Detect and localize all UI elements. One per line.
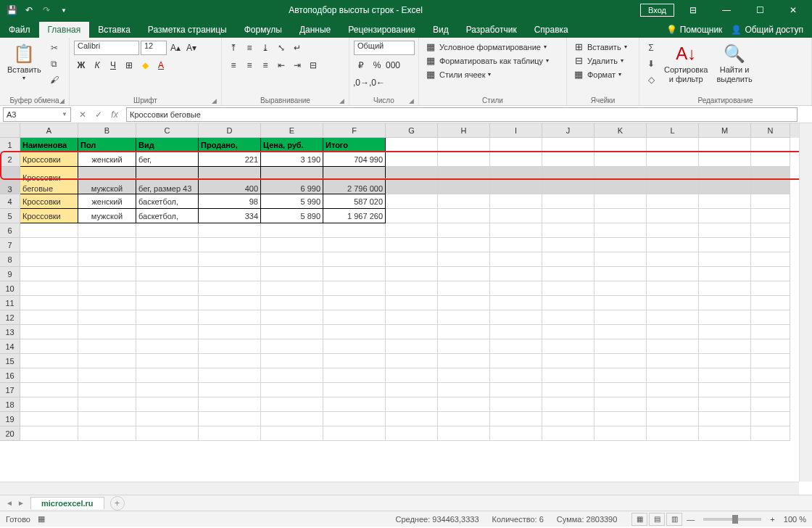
col-header[interactable]: B	[78, 123, 136, 138]
cell[interactable]	[20, 310, 78, 325]
tab-insert[interactable]: Вставка	[89, 22, 139, 38]
cell[interactable]	[490, 209, 542, 223]
cell[interactable]	[438, 339, 490, 354]
cell[interactable]	[647, 383, 699, 397]
cell[interactable]	[199, 412, 261, 426]
decrease-font-icon[interactable]: A▾	[184, 41, 199, 55]
cell[interactable]	[751, 383, 790, 397]
cell[interactable]	[699, 397, 751, 412]
cell[interactable]	[261, 339, 323, 354]
cell[interactable]	[323, 339, 386, 354]
cell[interactable]	[647, 426, 699, 441]
cell[interactable]	[438, 267, 490, 281]
decrease-decimal-icon[interactable]: ,0←	[370, 75, 384, 90]
cell[interactable]	[78, 339, 136, 354]
clear-icon[interactable]: ◇	[644, 73, 658, 87]
cell[interactable]	[751, 138, 790, 152]
cell[interactable]	[751, 339, 790, 354]
tab-developer[interactable]: Разработчик	[457, 22, 526, 38]
cell[interactable]: 5 990	[261, 194, 323, 209]
cell[interactable]	[323, 267, 386, 281]
cell[interactable]	[136, 296, 199, 310]
col-header[interactable]: N	[751, 123, 790, 138]
cell[interactable]	[699, 138, 751, 152]
wrap-text-icon[interactable]: ↵	[290, 41, 304, 55]
row-header[interactable]: 19	[0, 412, 20, 426]
borders-icon[interactable]: ⊞	[122, 58, 136, 73]
cell[interactable]	[136, 238, 199, 252]
cell[interactable]	[751, 310, 790, 325]
cell[interactable]	[261, 354, 323, 368]
cell[interactable]	[261, 325, 323, 339]
cell[interactable]	[699, 310, 751, 325]
cut-icon[interactable]: ✂	[47, 41, 62, 55]
cell[interactable]	[199, 339, 261, 354]
cell[interactable]	[490, 339, 542, 354]
cell[interactable]	[699, 426, 751, 441]
cell[interactable]	[490, 383, 542, 397]
cell[interactable]: 1 967 260	[323, 209, 386, 223]
cell[interactable]	[438, 138, 490, 152]
col-header[interactable]: M	[699, 123, 751, 138]
cell[interactable]	[490, 223, 542, 238]
cell[interactable]	[594, 368, 647, 383]
cell[interactable]	[386, 339, 438, 354]
tab-page-layout[interactable]: Разметка страницы	[139, 22, 236, 38]
cell[interactable]	[199, 397, 261, 412]
cell[interactable]	[199, 238, 261, 252]
row-header[interactable]: 13	[0, 325, 20, 339]
cell[interactable]	[386, 167, 438, 194]
cell[interactable]	[199, 325, 261, 339]
cell[interactable]	[647, 209, 699, 223]
col-header[interactable]: H	[438, 123, 490, 138]
cell[interactable]	[386, 412, 438, 426]
redo-icon[interactable]: ↷	[41, 4, 52, 16]
cell[interactable]	[386, 209, 438, 223]
paste-button[interactable]: 📋Вставить▾	[4, 41, 44, 83]
cell[interactable]	[594, 310, 647, 325]
insert-cells-button[interactable]: ⊞Вставить▾	[571, 41, 629, 53]
cell[interactable]	[438, 354, 490, 368]
cell[interactable]	[199, 368, 261, 383]
cell[interactable]: женский	[78, 152, 136, 167]
cell[interactable]	[542, 310, 594, 325]
login-button[interactable]: Вход	[640, 4, 674, 17]
cell[interactable]	[438, 281, 490, 296]
cell[interactable]	[542, 339, 594, 354]
row-header[interactable]: 11	[0, 296, 20, 310]
cell[interactable]: Цена, руб.	[261, 138, 323, 152]
cell[interactable]	[20, 325, 78, 339]
cell[interactable]	[647, 339, 699, 354]
row-header[interactable]: 18	[0, 397, 20, 412]
cell[interactable]	[594, 325, 647, 339]
next-sheet-icon[interactable]: ►	[16, 498, 26, 508]
cell[interactable]	[20, 281, 78, 296]
dialog-launcher-icon[interactable]: ◢	[212, 97, 217, 104]
cell[interactable]	[699, 209, 751, 223]
cell[interactable]	[594, 412, 647, 426]
cell[interactable]	[647, 281, 699, 296]
font-size-select[interactable]: 12	[141, 41, 167, 55]
sort-filter-button[interactable]: A↓Сортировка и фильтр	[661, 41, 710, 86]
cell[interactable]	[438, 368, 490, 383]
cell[interactable]	[647, 167, 699, 194]
italic-button[interactable]: К	[90, 58, 104, 73]
cell[interactable]: 400	[199, 167, 261, 194]
cell[interactable]: 221	[199, 152, 261, 167]
cell[interactable]	[78, 426, 136, 441]
cell[interactable]	[647, 152, 699, 167]
cell[interactable]	[438, 397, 490, 412]
tab-file[interactable]: Файл	[0, 22, 39, 38]
cell[interactable]	[20, 397, 78, 412]
cell[interactable]	[386, 296, 438, 310]
cell[interactable]	[386, 238, 438, 252]
cell[interactable]	[78, 325, 136, 339]
copy-icon[interactable]: ⧉	[47, 57, 62, 71]
cell[interactable]	[647, 238, 699, 252]
cell[interactable]: 2 796 000	[323, 167, 386, 194]
cell[interactable]	[490, 368, 542, 383]
cell[interactable]	[594, 194, 647, 209]
cell[interactable]	[438, 325, 490, 339]
cell[interactable]	[594, 167, 647, 194]
cell[interactable]	[490, 426, 542, 441]
